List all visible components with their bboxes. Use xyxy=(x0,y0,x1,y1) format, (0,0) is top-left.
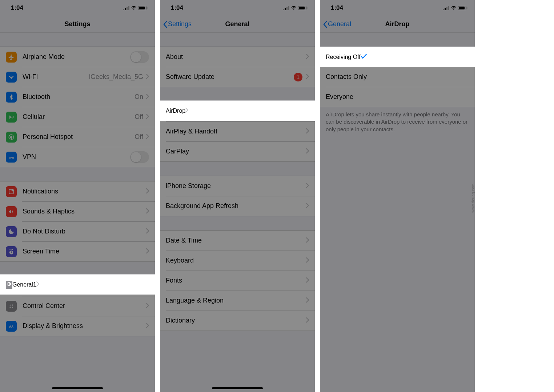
wifi-icon xyxy=(131,6,137,10)
wifi-icon xyxy=(6,72,17,83)
signal-icon xyxy=(443,6,449,10)
chevron-right-icon xyxy=(306,54,309,60)
row-label: Receiving Off xyxy=(326,53,462,61)
settings-row[interactable]: Software Update1 xyxy=(160,67,315,87)
svg-rect-25 xyxy=(448,6,449,10)
settings-row[interactable]: iPhone Storage xyxy=(160,176,315,196)
svg-point-13 xyxy=(12,307,13,308)
cellular-icon xyxy=(6,112,17,123)
settings-group: General1Control CenterAADisplay & Bright… xyxy=(0,276,155,336)
chevron-right-icon xyxy=(306,74,309,80)
settings-row[interactable]: Background App Refresh xyxy=(160,196,315,216)
settings-row[interactable]: Date & Time xyxy=(160,231,315,251)
battery-icon xyxy=(298,6,308,10)
row-label: VPN xyxy=(23,153,130,161)
svg-rect-22 xyxy=(443,9,444,10)
settings-row[interactable]: General1 xyxy=(0,276,155,296)
settings-row[interactable]: VPNVPN xyxy=(0,147,155,167)
chevron-left-icon xyxy=(163,21,167,28)
settings-row[interactable]: Dictionary xyxy=(160,311,315,331)
svg-rect-20 xyxy=(299,7,305,9)
chevron-right-icon xyxy=(306,297,309,304)
row-label: Dictionary xyxy=(166,317,306,324)
chevron-right-icon xyxy=(146,228,149,235)
nav-title: General xyxy=(225,20,249,28)
settings-row[interactable]: Contacts Only xyxy=(320,67,475,87)
sounds-icon xyxy=(6,206,17,217)
settings-row[interactable]: BluetoothOn xyxy=(0,87,155,107)
settings-row[interactable]: Screen Time xyxy=(0,241,155,261)
svg-rect-0 xyxy=(123,9,124,10)
bluetooth-icon xyxy=(6,92,17,103)
chevron-right-icon xyxy=(306,183,309,189)
dnd-icon xyxy=(6,226,17,237)
nav-bar: General AirDrop xyxy=(320,16,475,33)
status-icons xyxy=(283,6,308,10)
row-label: Software Update xyxy=(166,73,294,81)
signal-icon xyxy=(283,6,289,10)
svg-rect-12 xyxy=(10,307,11,308)
settings-row[interactable]: Sounds & Haptics xyxy=(0,201,155,221)
checkmark-icon xyxy=(462,53,469,61)
row-label: Language & Region xyxy=(166,297,306,304)
settings-row[interactable]: Control Center xyxy=(0,296,155,316)
airdrop-footer: AirDrop lets you share instantly with pe… xyxy=(320,107,475,137)
battery-icon xyxy=(458,6,467,10)
status-bar: 1:04 xyxy=(320,0,475,16)
chevron-right-icon xyxy=(306,237,309,244)
settings-row[interactable]: Do Not Disturb xyxy=(0,221,155,241)
settings-row[interactable]: CarPlay xyxy=(160,141,315,161)
svg-rect-1 xyxy=(125,8,126,10)
chevron-right-icon xyxy=(146,114,149,120)
row-label: Control Center xyxy=(23,302,146,310)
settings-row[interactable]: AirDrop xyxy=(160,101,315,121)
svg-point-10 xyxy=(10,304,11,305)
settings-group: Date & TimeKeyboardFontsLanguage & Regio… xyxy=(160,230,315,331)
settings-row[interactable]: Language & Region xyxy=(160,291,315,311)
toggle-switch[interactable] xyxy=(130,151,149,163)
display-icon: AA xyxy=(6,321,17,332)
chevron-right-icon xyxy=(306,277,309,284)
settings-row[interactable]: AirPlay & Handoff xyxy=(160,121,315,141)
back-label: Settings xyxy=(168,20,192,28)
svg-rect-21 xyxy=(307,7,308,9)
chevron-right-icon xyxy=(146,248,149,255)
wifi-icon xyxy=(451,6,457,10)
back-button[interactable]: General xyxy=(323,20,351,28)
back-button[interactable]: Settings xyxy=(163,20,192,28)
row-label: Display & Brightness xyxy=(23,322,146,330)
settings-row[interactable]: Everyone xyxy=(320,87,475,107)
settings-row[interactable]: About xyxy=(160,47,315,67)
settings-row[interactable]: Receiving Off xyxy=(320,47,475,67)
status-time: 1:04 xyxy=(331,4,343,12)
svg-text:AA: AA xyxy=(9,325,13,328)
toggle-switch[interactable] xyxy=(130,51,149,63)
chevron-right-icon xyxy=(146,74,149,80)
nav-bar: Settings General xyxy=(160,16,315,33)
settings-row[interactable]: Airplane Mode xyxy=(0,47,155,67)
settings-row[interactable]: AADisplay & Brightness xyxy=(0,316,155,336)
settings-row[interactable]: CellularOff xyxy=(0,107,155,127)
settings-row[interactable]: Fonts xyxy=(160,271,315,291)
svg-rect-18 xyxy=(288,6,289,10)
row-label: CarPlay xyxy=(166,148,306,155)
row-label: Screen Time xyxy=(23,248,146,255)
row-label: Wi-Fi xyxy=(23,73,89,81)
settings-row[interactable]: Keyboard xyxy=(160,251,315,271)
svg-rect-17 xyxy=(286,7,288,10)
airplane-icon xyxy=(6,52,17,63)
row-label: Notifications xyxy=(23,188,146,195)
chevron-right-icon xyxy=(306,108,309,115)
status-icons xyxy=(123,6,148,10)
row-label: Keyboard xyxy=(166,257,306,264)
settings-group: AboutSoftware Update1 xyxy=(160,47,315,87)
settings-row[interactable]: Personal HotspotOff xyxy=(0,127,155,147)
chevron-right-icon xyxy=(306,148,309,155)
battery-icon xyxy=(138,6,148,10)
settings-row[interactable]: Wi-FiiGeeks_Media_5G xyxy=(0,67,155,87)
nav-title: AirDrop xyxy=(385,20,410,28)
settings-row[interactable]: Notifications xyxy=(0,181,155,201)
airdrop-options-group: Receiving OffContacts OnlyEveryone xyxy=(320,47,475,107)
row-label: General xyxy=(23,282,134,290)
chevron-right-icon xyxy=(146,303,149,309)
